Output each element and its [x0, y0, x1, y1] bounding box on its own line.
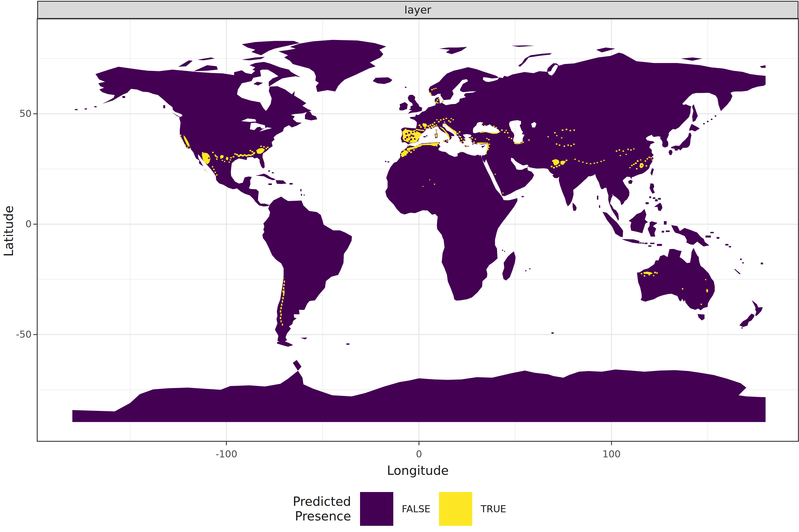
islet — [346, 343, 350, 345]
presence-true-speck — [495, 127, 497, 128]
presence-true-speck — [554, 132, 556, 133]
islet — [529, 268, 530, 269]
islet — [703, 123, 705, 125]
islet — [717, 237, 720, 239]
presence-true-speck — [401, 153, 402, 154]
presence-true-speck — [636, 168, 637, 170]
presence-true-speck — [528, 139, 530, 140]
presence-true-speck — [586, 163, 587, 164]
legend-label-true: TRUE — [481, 503, 506, 515]
presence-true-speck — [185, 145, 186, 146]
islet — [742, 262, 744, 264]
presence-false-speck — [413, 135, 414, 137]
presence-true-speck — [644, 275, 645, 277]
presence-true-speck — [282, 300, 283, 302]
presence-true-speck — [573, 144, 575, 145]
presence-true-speck — [582, 162, 584, 163]
x-axis-title: Longitude — [37, 463, 798, 478]
presence-true-speck — [458, 135, 460, 137]
presence-true-speck — [233, 156, 234, 158]
presence-true-speck — [633, 148, 635, 150]
presence-true-speck — [445, 125, 446, 126]
presence-true-speck — [464, 146, 465, 147]
presence-true-speck — [189, 148, 191, 149]
presence-true-speck — [280, 317, 282, 319]
presence-true-speck — [494, 174, 496, 175]
islet — [653, 197, 655, 199]
islet — [662, 231, 664, 233]
islet — [657, 244, 662, 246]
presence-true-speck — [443, 140, 445, 141]
presence-true-speck — [654, 272, 656, 273]
presence-true-speck — [250, 155, 252, 156]
presence-true-speck — [603, 160, 605, 161]
legend-title: Predicted Presence — [293, 494, 351, 524]
presence-true-speck — [435, 88, 436, 89]
presence-true-speck — [419, 125, 420, 126]
presence-true-speck — [403, 149, 404, 151]
presence-true-speck — [627, 149, 629, 150]
presence-true-speck — [430, 125, 431, 126]
presence-true-speck — [215, 155, 216, 156]
islet — [740, 259, 742, 260]
islet — [664, 221, 667, 225]
presence-true-speck — [433, 126, 434, 127]
presence-true-speck — [405, 129, 406, 130]
presence-false-speck — [405, 133, 407, 135]
presence-true-speck — [646, 165, 647, 167]
facet-strip: layer — [37, 1, 798, 19]
presence-true-speck — [429, 127, 430, 129]
presence-true-speck — [263, 146, 265, 148]
islet — [472, 144, 474, 145]
presence-true-speck — [570, 145, 572, 147]
presence-true-speck — [465, 139, 466, 140]
islet — [650, 243, 654, 244]
presence-true-speck — [518, 143, 520, 144]
presence-true-speck — [280, 310, 282, 312]
y-tick-label: -50 — [0, 329, 32, 340]
presence-true-speck — [620, 155, 621, 156]
presence-true-speck — [267, 147, 268, 148]
presence-true-speck — [281, 304, 283, 306]
presence-true-speck — [282, 297, 284, 299]
islet — [597, 196, 598, 200]
islet — [504, 251, 505, 252]
presence-true-speck — [204, 170, 205, 171]
presence-true-speck — [640, 159, 641, 160]
presence-false-speck — [412, 132, 413, 133]
legend-title-line1: Predicted — [293, 494, 351, 509]
presence-true-speck — [283, 284, 285, 286]
presence-true-speck — [215, 172, 216, 173]
presence-true-speck — [430, 94, 432, 95]
presence-false-speck — [408, 140, 410, 142]
islet — [75, 109, 77, 110]
presence-true-speck — [553, 167, 555, 168]
presence-true-speck — [431, 127, 433, 128]
presence-true-speck — [440, 119, 441, 121]
presence-true-speck — [616, 150, 617, 152]
presence-true-speck — [488, 149, 489, 150]
islet — [426, 135, 428, 136]
presence-true-speck — [424, 128, 426, 129]
presence-true-speck — [635, 163, 637, 164]
islet — [300, 189, 302, 191]
presence-false-speck — [414, 138, 415, 140]
y-axis-title: Latitude — [1, 172, 16, 290]
islet — [707, 121, 708, 122]
islet — [649, 196, 651, 198]
presence-true-speck — [644, 160, 646, 162]
presence-true-speck — [202, 152, 203, 153]
presence-false-speck — [406, 136, 408, 138]
presence-true-speck — [242, 155, 244, 156]
islet — [494, 237, 495, 239]
presence-true-speck — [567, 145, 569, 146]
presence-false-speck — [410, 136, 411, 137]
presence-true-speck — [506, 130, 507, 131]
islet — [599, 205, 600, 208]
presence-true-speck — [488, 147, 490, 148]
presence-true-speck — [443, 118, 444, 120]
islet — [268, 183, 272, 185]
presence-true-speck — [282, 324, 283, 326]
presence-true-speck — [705, 279, 706, 280]
presence-true-speck — [436, 119, 438, 120]
